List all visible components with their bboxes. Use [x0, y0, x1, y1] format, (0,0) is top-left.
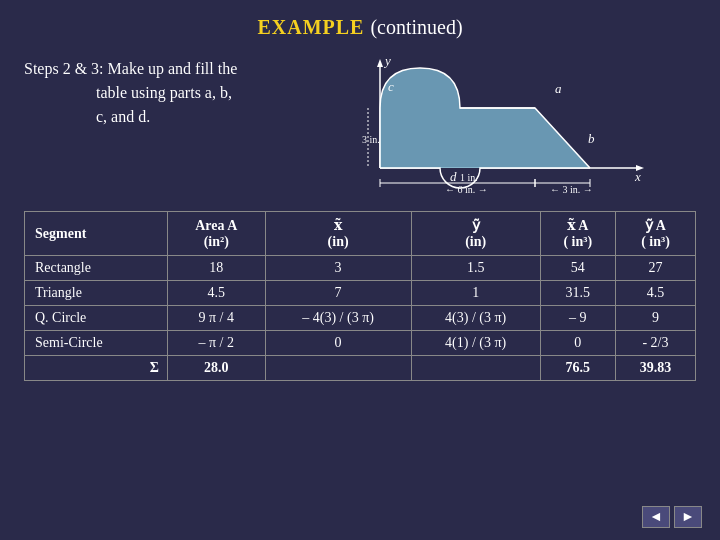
cell-area: 4.5	[167, 281, 265, 306]
col-header-yA: ỹ A( in³)	[615, 212, 695, 256]
svg-rect-6	[380, 108, 535, 168]
nav-back-button[interactable]: ◄	[642, 506, 670, 528]
cell-xA: 31.5	[540, 281, 615, 306]
svg-marker-1	[377, 59, 383, 67]
svg-text:← 3 in. →: ← 3 in. →	[550, 184, 593, 193]
cell-yA: 27	[615, 256, 695, 281]
table-row: Rectangle 18 3 1.5 54 27	[25, 256, 696, 281]
cell-sigma-y	[411, 356, 540, 381]
table-row: Semi-Circle – π / 2 0 4(1) / (3 π) 0 - 2…	[25, 331, 696, 356]
nav-arrows: ◄ ►	[642, 506, 702, 528]
svg-text:y: y	[383, 53, 391, 68]
title-row: EXAMPLE (continued)	[24, 16, 696, 39]
svg-text:a: a	[555, 81, 562, 96]
steps-line1: Steps 2 & 3: Make up and fill the	[24, 57, 304, 81]
cell-y: 4(1) / (3 π)	[411, 331, 540, 356]
data-table: Segment Area A(in²) x̃(in) ỹ(in) x̃ A( i…	[24, 211, 696, 381]
table-row: Triangle 4.5 7 1 31.5 4.5	[25, 281, 696, 306]
cell-xA: 54	[540, 256, 615, 281]
steps-text: Steps 2 & 3: Make up and fill the table …	[24, 53, 304, 129]
cell-yA: 4.5	[615, 281, 695, 306]
cell-yA: 9	[615, 306, 695, 331]
cell-sigma-label: Σ	[25, 356, 168, 381]
svg-text:← 6 in. →: ← 6 in. →	[445, 184, 488, 193]
cell-area: 9 π / 4	[167, 306, 265, 331]
svg-text:d: d	[450, 169, 457, 184]
table-wrapper: Segment Area A(in²) x̃(in) ỹ(in) x̃ A( i…	[24, 211, 696, 524]
svg-text:1 in.: 1 in.	[460, 172, 478, 183]
nav-forward-button[interactable]: ►	[674, 506, 702, 528]
col-header-x-tilde: x̃(in)	[265, 212, 411, 256]
cell-sigma-area: 28.0	[167, 356, 265, 381]
svg-text:b: b	[588, 131, 595, 146]
title-example: EXAMPLE	[257, 16, 364, 39]
col-header-area: Area A(in²)	[167, 212, 265, 256]
cell-y: 1	[411, 281, 540, 306]
col-header-y-tilde: ỹ(in)	[411, 212, 540, 256]
sigma-row: Σ 28.0 76.5 39.83	[25, 356, 696, 381]
cell-xA: 0	[540, 331, 615, 356]
cell-x: 3	[265, 256, 411, 281]
col-header-segment: Segment	[25, 212, 168, 256]
cell-area: – π / 2	[167, 331, 265, 356]
steps-line3: c, and d.	[24, 105, 304, 129]
svg-text:3 in.: 3 in.	[362, 134, 380, 145]
svg-text:x: x	[634, 169, 641, 184]
table-row: Q. Circle 9 π / 4 – 4(3) / (3 π) 4(3) / …	[25, 306, 696, 331]
cell-x: 7	[265, 281, 411, 306]
cell-segment: Semi-Circle	[25, 331, 168, 356]
cell-xA: – 9	[540, 306, 615, 331]
cell-sigma-x	[265, 356, 411, 381]
col-header-xA: x̃ A( in³)	[540, 212, 615, 256]
main-container: EXAMPLE (continued) Steps 2 & 3: Make up…	[0, 0, 720, 540]
cell-segment: Q. Circle	[25, 306, 168, 331]
title-continued: (continued)	[370, 16, 462, 39]
diagram-area: y x	[314, 53, 696, 193]
cell-sigma-xA: 76.5	[540, 356, 615, 381]
content-row: Steps 2 & 3: Make up and fill the table …	[24, 53, 696, 193]
cell-sigma-yA: 39.83	[615, 356, 695, 381]
diagram-svg: y x	[360, 53, 650, 193]
cell-x: – 4(3) / (3 π)	[265, 306, 411, 331]
steps-line2: table using parts a, b,	[24, 81, 304, 105]
cell-area: 18	[167, 256, 265, 281]
svg-text:c: c	[388, 79, 394, 94]
cell-segment: Triangle	[25, 281, 168, 306]
cell-yA: - 2/3	[615, 331, 695, 356]
cell-x: 0	[265, 331, 411, 356]
cell-y: 1.5	[411, 256, 540, 281]
cell-y: 4(3) / (3 π)	[411, 306, 540, 331]
cell-segment: Rectangle	[25, 256, 168, 281]
